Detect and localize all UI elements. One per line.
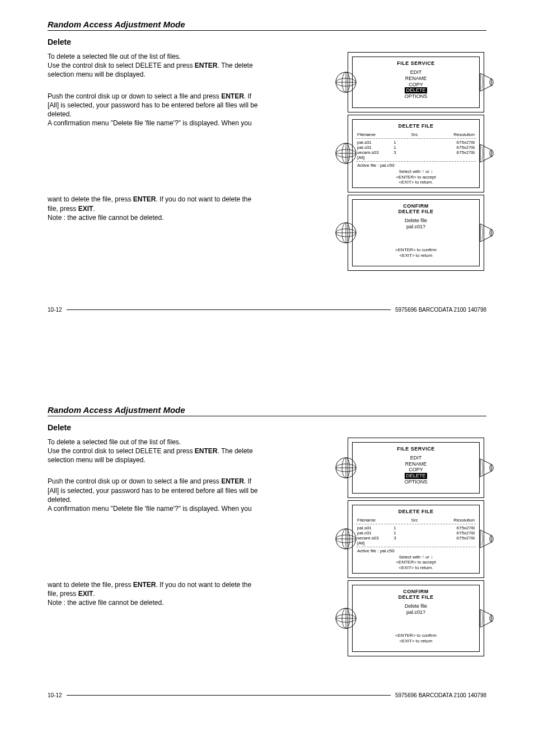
globe-icon (335, 142, 357, 165)
confirm-delete-menu: CONFIRM DELETE FILE Delete file pal.c01?… (348, 195, 484, 271)
active-file: Active file : pal.c50 (356, 163, 476, 168)
enter-1: ENTER (195, 62, 218, 69)
file-row: [All] (356, 541, 476, 546)
globe-icon (335, 457, 357, 479)
delete-file-menu: DELETE FILE Filename Src Resolution pal.… (348, 500, 484, 578)
enter-3: ENTER (133, 195, 156, 203)
footer: 10-12 5975696 BARCODATA 2100 140798 (48, 307, 486, 313)
footer-line (67, 695, 391, 696)
para2a-pre: Push the control disk up or down to sele… (48, 92, 221, 100)
para3a-pre: want to delete the file, press (48, 195, 133, 203)
right-column: FILE SERVICE EDIT RENAME COPY DELETE OPT… (305, 438, 484, 659)
menu1-items: EDIT RENAME COPY DELETE OPTIONS (356, 69, 476, 100)
globe-icon (335, 71, 357, 93)
file-row: secam.s033675x278i (356, 536, 476, 541)
content-row: To delete a selected file out of the lis… (48, 438, 486, 659)
menu3-hints: <ENTER> to confirm <EXIT> to return (356, 247, 476, 258)
projector-icon (479, 607, 495, 630)
enter-2: ENTER (221, 92, 244, 100)
para-1: To delete a selected file out of the lis… (48, 52, 260, 79)
globe-icon (335, 528, 357, 550)
para-2: Push the control disk up or down to sele… (48, 92, 260, 128)
menu2-title: DELETE FILE (356, 123, 476, 129)
para3a-post: . (93, 205, 95, 213)
menu1-title: FILE SERVICE (356, 60, 476, 66)
menu2-hints: Select with ↑ or ↓ <ENTER> to accept <EX… (356, 169, 476, 185)
content-row: To delete a selected file out of the lis… (48, 52, 486, 273)
para1a: To delete a selected file out of the lis… (48, 53, 181, 60)
sub-title: Delete (48, 423, 486, 432)
footer-left: 10-12 (48, 307, 62, 313)
file-service-menu: FILE SERVICE EDIT RENAME COPY DELETE OPT… (348, 52, 484, 112)
projector-icon (479, 222, 495, 244)
hdr-filename: Filename (357, 132, 376, 137)
page-1: Random Access Adjustment Mode Delete To … (0, 0, 534, 332)
file-row: pal.s011675x278i (356, 140, 476, 145)
left-column: To delete a selected file out of the lis… (48, 438, 299, 608)
para3b: Note : the active file cannot be deleted… (48, 214, 163, 222)
file-header: Filename Src Resolution (356, 132, 476, 137)
footer-right: 5975696 BARCODATA 2100 140798 (395, 307, 486, 313)
section-title: Random Access Adjustment Mode (48, 405, 486, 416)
menu1-item-options: OPTIONS (356, 93, 476, 100)
file-service-menu: FILE SERVICE EDIT RENAME COPY DELETE OPT… (348, 438, 484, 498)
page-2: Random Access Adjustment Mode Delete To … (0, 386, 534, 718)
file-row: [All] (356, 155, 476, 160)
footer-right: 5975696 BARCODATA 2100 140798 (395, 692, 486, 698)
para1b-pre: Use the control disk to select DELETE an… (48, 62, 195, 69)
footer-left: 10-12 (48, 692, 62, 698)
confirm-delete-menu: CONFIRM DELETE FILE Delete file pal.c01?… (348, 580, 484, 656)
file-row: pal.c011675x278i (356, 530, 476, 536)
left-column: To delete a selected file out of the lis… (48, 52, 299, 222)
file-row: pal.c011675x278i (356, 145, 476, 150)
projector-icon (479, 457, 495, 479)
projector-icon (479, 528, 495, 550)
menu1-item-delete: DELETE (405, 87, 427, 93)
menu1-item-edit: EDIT (356, 69, 476, 76)
sub-title: Delete (48, 37, 486, 46)
exit-1: EXIT (78, 205, 93, 213)
projector-icon (479, 142, 495, 165)
hdr-src: Src (411, 132, 418, 137)
section-title: Random Access Adjustment Mode (48, 20, 486, 31)
menu3-body: Delete file pal.c01? (356, 218, 476, 231)
para-3: want to delete the file, press ENTER. If… (48, 580, 260, 608)
right-column: FILE SERVICE EDIT RENAME COPY DELETE OPT… (305, 52, 484, 273)
projector-icon (479, 71, 495, 93)
hdr-resolution: Resolution (453, 132, 475, 137)
para2b: A confirmation menu "Delete file 'file n… (48, 119, 252, 127)
footer: 10-12 5975696 BARCODATA 2100 140798 (48, 692, 486, 698)
file-row: secam.s033675x278i (356, 150, 476, 155)
footer-line (67, 309, 391, 310)
para-1: To delete a selected file out of the lis… (48, 438, 260, 465)
file-row: pal.s011675x278i (356, 525, 476, 530)
menu3-title2: DELETE FILE (356, 209, 476, 214)
globe-icon (335, 222, 357, 244)
menu1-item-copy: COPY (356, 82, 476, 88)
menu3-title1: CONFIRM (356, 203, 476, 209)
menu1-item-rename: RENAME (356, 76, 476, 82)
globe-icon (335, 607, 357, 630)
para-3: want to delete the file, press ENTER. If… (48, 195, 260, 222)
delete-file-menu: DELETE FILE Filename Src Resolution pal.… (348, 115, 484, 192)
para-2: Push the control disk up or down to sele… (48, 477, 260, 513)
